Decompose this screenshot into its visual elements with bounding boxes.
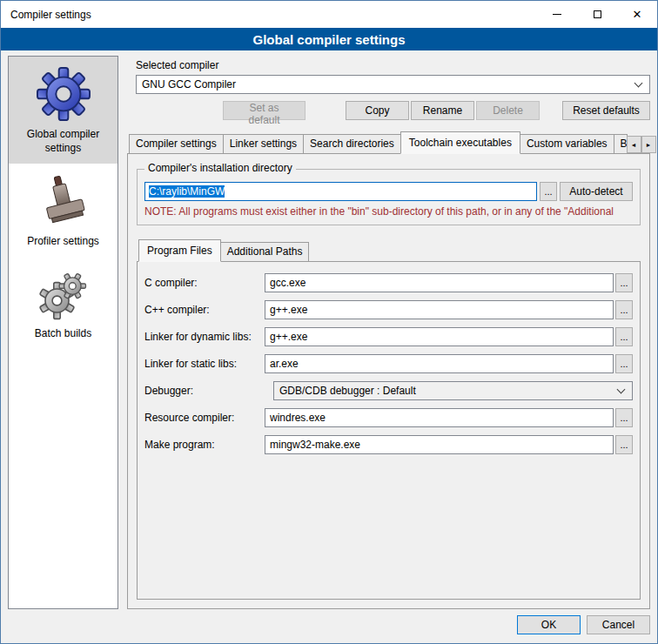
installation-directory-selected-text: C:\raylib\MinGW <box>149 185 225 198</box>
dialog-footer: OK Cancel <box>1 609 657 643</box>
compiler-button-row: Set as default Copy Rename Delete Reset … <box>136 101 650 120</box>
batch-builds-gears-icon <box>37 268 90 320</box>
make-program-label: Make program: <box>144 439 265 451</box>
close-icon: ✕ <box>633 9 642 20</box>
selected-compiler-dropdown[interactable]: GNU GCC Compiler <box>136 75 650 94</box>
tab-linker-settings[interactable]: Linker settings <box>223 134 304 153</box>
debugger-row: Debugger: GDB/CDB debugger : Default <box>144 381 633 400</box>
close-button[interactable]: ✕ <box>617 1 657 28</box>
tab-scroll-buttons: ◄ ► <box>627 136 656 153</box>
note-text: NOTE: All programs must exist either in … <box>144 205 633 218</box>
window-title: Compiler settings <box>1 1 537 28</box>
main-panel: Selected compiler GNU GCC Compiler Set a… <box>127 56 650 609</box>
maximize-button[interactable] <box>577 1 617 28</box>
static-linker-input[interactable] <box>265 354 614 373</box>
cpp-compiler-row: C++ compiler: ... <box>144 300 633 319</box>
settings-sidebar: Global compiler settings <box>8 56 118 609</box>
static-linker-browse-button[interactable]: ... <box>615 354 633 373</box>
program-subtab-strip: Program Files Additional Paths <box>138 239 641 261</box>
profiler-tool-icon <box>39 174 88 228</box>
minimize-icon <box>553 14 561 15</box>
program-files-panel: C compiler: ... C++ compiler: ... Linker… <box>137 261 641 600</box>
browse-directory-button[interactable]: ... <box>540 182 557 201</box>
make-program-input[interactable] <box>265 435 614 454</box>
delete-button[interactable]: Delete <box>476 101 540 120</box>
installation-directory-group: Compiler's installation directory C:\ray… <box>137 169 641 225</box>
dynamic-linker-row: Linker for dynamic libs: ... <box>144 327 633 346</box>
copy-button[interactable]: Copy <box>346 101 409 120</box>
cpp-compiler-label: C++ compiler: <box>144 304 265 316</box>
rename-button[interactable]: Rename <box>411 101 474 120</box>
tab-compiler-settings[interactable]: Compiler settings <box>129 134 224 153</box>
maximize-icon <box>594 10 601 18</box>
selected-compiler-value: GNU GCC Compiler <box>142 78 630 91</box>
sidebar-item-label: Global compiler settings <box>11 128 115 155</box>
debugger-dropdown[interactable]: GDB/CDB debugger : Default <box>273 381 633 400</box>
reset-defaults-button[interactable]: Reset defaults <box>562 101 650 120</box>
dynamic-linker-browse-button[interactable]: ... <box>615 327 633 346</box>
make-program-row: Make program: ... <box>144 435 633 454</box>
sidebar-item-label: Batch builds <box>35 327 91 341</box>
static-linker-row: Linker for static libs: ... <box>144 354 633 373</box>
make-program-browse-button[interactable]: ... <box>615 435 633 454</box>
sidebar-item-batch-builds[interactable]: Batch builds <box>9 258 118 350</box>
sidebar-item-profiler-settings[interactable]: Profiler settings <box>9 164 118 258</box>
cpp-compiler-browse-button[interactable]: ... <box>615 300 633 319</box>
chevron-down-icon <box>634 78 643 87</box>
tab-scroll-left-icon: ◄ <box>631 142 637 148</box>
tab-build-options[interactable]: Buil <box>614 134 628 153</box>
titlebar: Compiler settings ✕ <box>1 1 657 28</box>
tab-scroll-right-button[interactable]: ► <box>641 136 656 153</box>
c-compiler-row: C compiler: ... <box>144 273 633 292</box>
dynamic-linker-label: Linker for dynamic libs: <box>144 331 265 343</box>
tab-scroll-left-button[interactable]: ◄ <box>627 136 641 153</box>
installation-directory-label: Compiler's installation directory <box>144 162 296 174</box>
tab-scroll-right-icon: ► <box>646 142 652 148</box>
c-compiler-label: C compiler: <box>144 277 265 289</box>
minimize-button[interactable] <box>537 1 577 28</box>
tab-toolchain-executables[interactable]: Toolchain executables <box>400 131 520 154</box>
subtab-additional-paths[interactable]: Additional Paths <box>220 242 310 261</box>
auto-detect-button[interactable]: Auto-detect <box>560 182 633 201</box>
debugger-value: GDB/CDB debugger : Default <box>279 385 613 397</box>
tab-search-directories[interactable]: Search directories <box>303 134 401 153</box>
cpp-compiler-input[interactable] <box>265 300 614 319</box>
subtab-program-files[interactable]: Program Files <box>138 239 221 262</box>
global-settings-gear-icon <box>37 67 91 121</box>
sidebar-item-label: Profiler settings <box>27 235 99 249</box>
toolchain-executables-panel: Compiler's installation directory C:\ray… <box>127 153 650 609</box>
installation-directory-row: C:\raylib\MinGW ... Auto-detect <box>144 182 633 201</box>
settings-tab-strip: Compiler settings Linker settings Search… <box>129 131 650 153</box>
selected-compiler-label: Selected compiler <box>136 59 650 71</box>
compiler-settings-dialog: Compiler settings ✕ Global compiler sett… <box>0 0 658 644</box>
installation-directory-input[interactable]: C:\raylib\MinGW <box>144 182 537 201</box>
resource-compiler-row: Resource compiler: ... <box>144 408 633 427</box>
resource-compiler-label: Resource compiler: <box>144 412 265 424</box>
set-as-default-button[interactable]: Set as default <box>223 101 306 120</box>
debugger-label: Debugger: <box>144 385 265 397</box>
static-linker-label: Linker for static libs: <box>144 358 265 370</box>
resource-compiler-input[interactable] <box>265 408 614 427</box>
resource-compiler-browse-button[interactable]: ... <box>615 408 633 427</box>
tab-custom-variables[interactable]: Custom variables <box>520 134 614 153</box>
page-title: Global compiler settings <box>1 28 657 50</box>
sidebar-item-global-compiler-settings[interactable]: Global compiler settings <box>9 57 118 164</box>
c-compiler-browse-button[interactable]: ... <box>615 273 633 292</box>
ok-button[interactable]: OK <box>517 615 581 634</box>
cancel-button[interactable]: Cancel <box>587 615 650 634</box>
chevron-down-icon <box>617 385 626 393</box>
dynamic-linker-input[interactable] <box>265 327 614 346</box>
c-compiler-input[interactable] <box>265 273 614 292</box>
